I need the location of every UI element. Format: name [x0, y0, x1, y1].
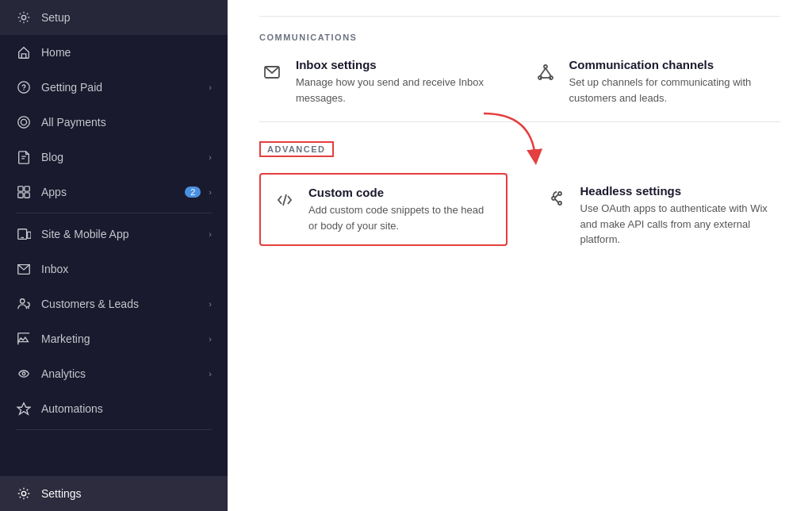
inbox-settings-description: Manage how you send and receive Inbox me…	[296, 75, 508, 106]
svg-line-26	[555, 194, 558, 198]
sidebar-item-analytics-label: Analytics	[41, 367, 205, 380]
headless-settings-text: Headless settings Use OAuth apps to auth…	[580, 184, 770, 248]
chevron-right-icon: ›	[209, 369, 212, 378]
automations-icon	[16, 401, 32, 417]
communication-channels-text: Communication channels Set up channels f…	[569, 58, 781, 106]
sidebar-item-blog[interactable]: Blog ›	[0, 140, 228, 175]
apps-icon	[16, 184, 32, 200]
svg-point-0	[21, 15, 25, 19]
sidebar-item-customers-leads-label: Customers & Leads	[41, 298, 205, 310]
analytics-icon	[16, 366, 32, 382]
chevron-right-icon: ›	[209, 83, 212, 92]
chevron-right-icon: ›	[209, 229, 212, 239]
settings-icon	[16, 486, 32, 501]
sidebar-item-inbox-label: Inbox	[41, 263, 212, 275]
card-inbox-settings[interactable]: Inbox settings Manage how you send and r…	[259, 58, 508, 106]
custom-code-text: Custom code Add custom code snippets to …	[308, 186, 495, 233]
sidebar-item-all-payments[interactable]: All Payments	[0, 105, 228, 140]
communications-cards-grid: Inbox settings Manage how you send and r…	[259, 58, 780, 106]
svg-line-20	[546, 68, 551, 76]
svg-line-19	[540, 68, 546, 76]
chevron-right-icon: ›	[209, 334, 212, 344]
sidebar-item-apps-label: Apps	[41, 186, 185, 198]
main-content: COMMUNICATIONS Inbox settings Manage how…	[228, 0, 812, 511]
sidebar: Setup Home Getting Paid › Al	[0, 0, 228, 511]
svg-rect-4	[18, 186, 23, 191]
inbox-settings-title: Inbox settings	[296, 58, 508, 71]
inbox-settings-text: Inbox settings Manage how you send and r…	[296, 58, 508, 106]
svg-rect-7	[25, 193, 29, 198]
sidebar-item-setup[interactable]: Setup	[0, 0, 228, 35]
advanced-label: ADVANCED	[259, 141, 334, 157]
custom-code-title: Custom code	[308, 186, 495, 199]
sidebar-item-setup-label: Setup	[41, 11, 212, 24]
apps-badge: 2	[185, 186, 201, 198]
sidebar-item-customers-leads[interactable]: Customers & Leads ›	[0, 286, 228, 321]
sidebar-item-marketing-label: Marketing	[41, 332, 205, 345]
svg-rect-6	[18, 193, 23, 198]
svg-point-24	[558, 192, 561, 195]
communications-section: COMMUNICATIONS Inbox settings Manage how…	[259, 33, 780, 106]
sidebar-item-inbox[interactable]: Inbox	[0, 252, 228, 286]
sidebar-item-analytics[interactable]: Analytics ›	[0, 356, 228, 391]
svg-line-22	[283, 194, 286, 206]
sidebar-item-getting-paid-label: Getting Paid	[41, 81, 205, 94]
svg-point-23	[552, 197, 555, 200]
sidebar-item-site-mobile-label: Site & Mobile App	[41, 228, 205, 240]
site-mobile-icon	[16, 226, 32, 242]
svg-point-14	[21, 491, 25, 495]
sidebar-item-settings[interactable]: Settings	[0, 476, 228, 511]
communication-channels-description: Set up channels for communicating with c…	[569, 75, 781, 106]
top-divider	[259, 16, 780, 17]
svg-point-11	[21, 299, 25, 303]
custom-code-description: Add custom code snippets to the head or …	[308, 202, 495, 233]
sidebar-divider	[16, 213, 212, 213]
sidebar-divider-bottom	[16, 429, 212, 430]
setup-icon	[16, 10, 32, 25]
sidebar-item-home[interactable]: Home	[0, 35, 228, 70]
all-payments-icon	[16, 114, 32, 130]
advanced-cards-grid: Custom code Add custom code snippets to …	[259, 173, 780, 259]
sidebar-item-blog-label: Blog	[41, 151, 205, 163]
svg-rect-5	[25, 186, 29, 191]
card-communication-channels[interactable]: Communication channels Set up channels f…	[533, 58, 781, 106]
arrow-annotation	[476, 110, 571, 181]
chevron-right-icon: ›	[209, 152, 212, 162]
blog-icon	[16, 149, 32, 165]
home-icon	[16, 44, 32, 60]
inbox-icon	[16, 261, 32, 277]
svg-point-12	[22, 372, 25, 375]
svg-point-2	[18, 117, 29, 128]
communications-label: COMMUNICATIONS	[259, 33, 780, 42]
communication-channels-icon	[533, 60, 558, 85]
advanced-section: ADVANCED	[259, 141, 780, 259]
advanced-label-container: ADVANCED	[259, 141, 334, 157]
svg-marker-13	[17, 403, 30, 414]
sidebar-item-settings-label: Settings	[41, 487, 212, 500]
sidebar-item-automations-label: Automations	[41, 402, 212, 415]
chevron-right-icon: ›	[209, 299, 212, 309]
svg-point-1	[18, 82, 29, 93]
sidebar-item-marketing[interactable]: Marketing ›	[0, 321, 228, 356]
svg-point-25	[558, 202, 561, 205]
getting-paid-icon	[16, 79, 32, 95]
sidebar-item-automations[interactable]: Automations	[0, 391, 228, 426]
headless-settings-icon	[544, 186, 569, 211]
communication-channels-title: Communication channels	[569, 58, 781, 71]
card-custom-code[interactable]: Custom code Add custom code snippets to …	[259, 173, 508, 246]
chevron-right-icon: ›	[209, 187, 212, 197]
svg-point-16	[544, 65, 547, 68]
custom-code-icon	[272, 187, 297, 213]
svg-line-27	[555, 199, 558, 202]
customers-leads-icon	[16, 296, 32, 312]
svg-rect-9	[28, 232, 32, 238]
sidebar-item-apps[interactable]: Apps 2 ›	[0, 175, 228, 209]
custom-code-wrapper: Custom code Add custom code snippets to …	[259, 173, 508, 246]
sidebar-item-all-payments-label: All Payments	[41, 116, 212, 129]
sidebar-item-site-mobile[interactable]: Site & Mobile App ›	[0, 217, 228, 252]
inbox-settings-icon	[259, 60, 285, 85]
card-headless-settings[interactable]: Headless settings Use OAuth apps to auth…	[533, 173, 781, 259]
sidebar-item-getting-paid[interactable]: Getting Paid ›	[0, 70, 228, 105]
marketing-icon	[16, 331, 32, 347]
svg-point-3	[21, 119, 26, 125]
